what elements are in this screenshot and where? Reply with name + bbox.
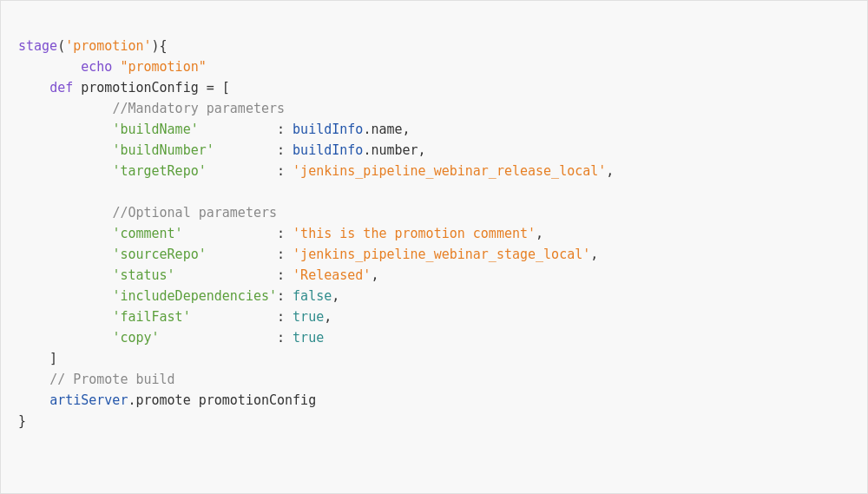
line-17: // Promote build [18,372,175,387]
code-container: stage('promotion'){ echo "promotion" def… [0,0,868,494]
line-18: artiServer.promote promotionConfig [18,392,316,408]
code-block: stage('promotion'){ echo "promotion" def… [18,15,850,452]
line-4: //Mandatory parameters [18,101,285,116]
line-19: } [18,413,26,429]
line-13: 'includeDependencies': false, [18,288,339,304]
line-10: 'comment' : 'this is the promotion comme… [18,226,543,241]
line-3: def promotionConfig = [ [18,80,230,96]
line-1: stage('promotion'){ [18,38,168,54]
line-14: 'failFast' : true, [18,309,332,325]
line-11: 'sourceRepo' : 'jenkins_pipeline_webinar… [18,247,598,262]
line-9: //Optional parameters [18,205,277,221]
line-2: echo "promotion" [18,59,207,75]
line-6: 'buildNumber' : buildInfo.number, [18,142,426,158]
line-16: ] [18,351,57,366]
line-5: 'buildName' : buildInfo.name, [18,122,411,137]
line-15: 'copy' : true [18,330,324,346]
line-7: 'targetRepo' : 'jenkins_pipeline_webinar… [18,163,614,179]
line-12: 'status' : 'Released', [18,267,378,283]
